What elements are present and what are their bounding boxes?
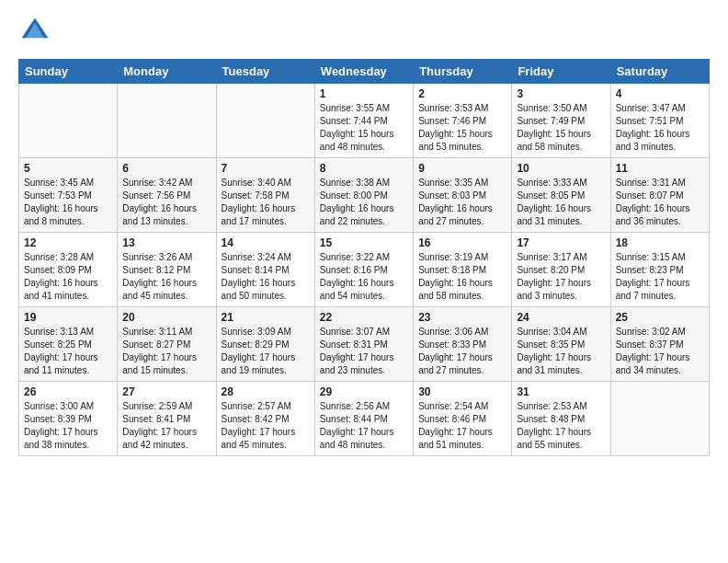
page: SundayMondayTuesdayWednesdayThursdayFrid… bbox=[0, 0, 728, 471]
day-info: Sunrise: 3:02 AM Sunset: 8:37 PM Dayligh… bbox=[616, 326, 704, 377]
calendar-cell bbox=[118, 84, 216, 158]
calendar-cell: 23Sunrise: 3:06 AM Sunset: 8:33 PM Dayli… bbox=[414, 307, 512, 382]
day-number: 23 bbox=[418, 311, 506, 324]
calendar-cell: 17Sunrise: 3:17 AM Sunset: 8:20 PM Dayli… bbox=[512, 233, 610, 307]
day-number: 9 bbox=[418, 162, 506, 175]
day-number: 22 bbox=[320, 311, 408, 324]
calendar-cell: 7Sunrise: 3:40 AM Sunset: 7:58 PM Daylig… bbox=[216, 158, 314, 233]
calendar-cell: 12Sunrise: 3:28 AM Sunset: 8:09 PM Dayli… bbox=[19, 233, 118, 307]
day-info: Sunrise: 2:56 AM Sunset: 8:44 PM Dayligh… bbox=[320, 400, 408, 452]
logo bbox=[18, 15, 55, 48]
day-info: Sunrise: 3:00 AM Sunset: 8:39 PM Dayligh… bbox=[24, 400, 112, 452]
day-info: Sunrise: 3:24 AM Sunset: 8:14 PM Dayligh… bbox=[222, 251, 310, 303]
day-number: 4 bbox=[616, 87, 704, 100]
day-info: Sunrise: 3:40 AM Sunset: 7:58 PM Dayligh… bbox=[222, 177, 310, 228]
day-info: Sunrise: 3:50 AM Sunset: 7:49 PM Dayligh… bbox=[517, 102, 605, 154]
calendar-cell: 1Sunrise: 3:55 AM Sunset: 7:44 PM Daylig… bbox=[314, 84, 413, 158]
day-number: 2 bbox=[418, 87, 506, 100]
day-info: Sunrise: 3:31 AM Sunset: 8:07 PM Dayligh… bbox=[616, 177, 704, 228]
day-number: 25 bbox=[616, 311, 704, 324]
weekday-header-sunday: Sunday bbox=[19, 60, 118, 84]
day-number: 28 bbox=[222, 385, 310, 398]
calendar-cell: 27Sunrise: 2:59 AM Sunset: 8:41 PM Dayli… bbox=[118, 382, 216, 456]
day-info: Sunrise: 3:35 AM Sunset: 8:03 PM Dayligh… bbox=[418, 177, 506, 228]
day-info: Sunrise: 3:13 AM Sunset: 8:25 PM Dayligh… bbox=[24, 326, 112, 377]
calendar-cell: 13Sunrise: 3:26 AM Sunset: 8:12 PM Dayli… bbox=[118, 233, 216, 307]
day-number: 15 bbox=[320, 236, 408, 249]
day-info: Sunrise: 3:06 AM Sunset: 8:33 PM Dayligh… bbox=[418, 326, 506, 377]
logo-icon bbox=[18, 15, 51, 48]
day-number: 11 bbox=[616, 162, 704, 175]
day-number: 16 bbox=[418, 236, 506, 249]
weekday-header-friday: Friday bbox=[512, 60, 610, 84]
day-number: 12 bbox=[24, 236, 112, 249]
calendar-cell: 9Sunrise: 3:35 AM Sunset: 8:03 PM Daylig… bbox=[414, 158, 512, 233]
calendar-cell: 30Sunrise: 2:54 AM Sunset: 8:46 PM Dayli… bbox=[414, 382, 512, 456]
calendar-cell: 26Sunrise: 3:00 AM Sunset: 8:39 PM Dayli… bbox=[19, 382, 118, 456]
day-number: 1 bbox=[320, 87, 408, 100]
day-number: 7 bbox=[222, 162, 310, 175]
day-info: Sunrise: 3:04 AM Sunset: 8:35 PM Dayligh… bbox=[517, 326, 605, 377]
calendar-cell: 10Sunrise: 3:33 AM Sunset: 8:05 PM Dayli… bbox=[512, 158, 610, 233]
calendar-cell: 28Sunrise: 2:57 AM Sunset: 8:42 PM Dayli… bbox=[216, 382, 314, 456]
day-number: 6 bbox=[122, 162, 210, 175]
weekday-header-saturday: Saturday bbox=[610, 60, 709, 84]
weekday-header-row: SundayMondayTuesdayWednesdayThursdayFrid… bbox=[19, 60, 710, 84]
day-info: Sunrise: 3:45 AM Sunset: 7:53 PM Dayligh… bbox=[24, 177, 112, 228]
calendar-cell: 20Sunrise: 3:11 AM Sunset: 8:27 PM Dayli… bbox=[118, 307, 216, 382]
header bbox=[18, 15, 710, 48]
day-info: Sunrise: 3:11 AM Sunset: 8:27 PM Dayligh… bbox=[122, 326, 210, 377]
day-info: Sunrise: 3:09 AM Sunset: 8:29 PM Dayligh… bbox=[222, 326, 310, 377]
day-number: 24 bbox=[517, 311, 605, 324]
day-number: 29 bbox=[320, 385, 408, 398]
day-info: Sunrise: 3:26 AM Sunset: 8:12 PM Dayligh… bbox=[122, 251, 210, 303]
calendar-cell: 16Sunrise: 3:19 AM Sunset: 8:18 PM Dayli… bbox=[414, 233, 512, 307]
calendar-cell: 18Sunrise: 3:15 AM Sunset: 8:23 PM Dayli… bbox=[610, 233, 709, 307]
day-number: 18 bbox=[616, 236, 704, 249]
calendar-cell: 15Sunrise: 3:22 AM Sunset: 8:16 PM Dayli… bbox=[314, 233, 413, 307]
day-info: Sunrise: 3:33 AM Sunset: 8:05 PM Dayligh… bbox=[517, 177, 605, 228]
calendar-cell: 6Sunrise: 3:42 AM Sunset: 7:56 PM Daylig… bbox=[118, 158, 216, 233]
day-number: 27 bbox=[122, 385, 210, 398]
week-row-5: 26Sunrise: 3:00 AM Sunset: 8:39 PM Dayli… bbox=[19, 382, 710, 456]
calendar-cell bbox=[216, 84, 314, 158]
day-number: 14 bbox=[222, 236, 310, 249]
calendar-cell: 3Sunrise: 3:50 AM Sunset: 7:49 PM Daylig… bbox=[512, 84, 610, 158]
day-info: Sunrise: 3:07 AM Sunset: 8:31 PM Dayligh… bbox=[320, 326, 408, 377]
day-info: Sunrise: 3:22 AM Sunset: 8:16 PM Dayligh… bbox=[320, 251, 408, 303]
day-info: Sunrise: 3:17 AM Sunset: 8:20 PM Dayligh… bbox=[517, 251, 605, 303]
calendar-cell: 31Sunrise: 2:53 AM Sunset: 8:48 PM Dayli… bbox=[512, 382, 610, 456]
calendar-cell bbox=[19, 84, 118, 158]
weekday-header-wednesday: Wednesday bbox=[314, 60, 413, 84]
calendar-cell: 2Sunrise: 3:53 AM Sunset: 7:46 PM Daylig… bbox=[414, 84, 512, 158]
day-number: 17 bbox=[517, 236, 605, 249]
day-info: Sunrise: 2:57 AM Sunset: 8:42 PM Dayligh… bbox=[222, 400, 310, 452]
calendar-cell: 14Sunrise: 3:24 AM Sunset: 8:14 PM Dayli… bbox=[216, 233, 314, 307]
day-number: 20 bbox=[122, 311, 210, 324]
day-info: Sunrise: 3:15 AM Sunset: 8:23 PM Dayligh… bbox=[616, 251, 704, 303]
day-info: Sunrise: 2:53 AM Sunset: 8:48 PM Dayligh… bbox=[517, 400, 605, 452]
day-info: Sunrise: 2:54 AM Sunset: 8:46 PM Dayligh… bbox=[418, 400, 506, 452]
calendar-cell: 29Sunrise: 2:56 AM Sunset: 8:44 PM Dayli… bbox=[314, 382, 413, 456]
day-number: 8 bbox=[320, 162, 408, 175]
day-number: 3 bbox=[517, 87, 605, 100]
week-row-1: 1Sunrise: 3:55 AM Sunset: 7:44 PM Daylig… bbox=[19, 84, 710, 158]
day-number: 21 bbox=[222, 311, 310, 324]
week-row-4: 19Sunrise: 3:13 AM Sunset: 8:25 PM Dayli… bbox=[19, 307, 710, 382]
calendar-cell: 21Sunrise: 3:09 AM Sunset: 8:29 PM Dayli… bbox=[216, 307, 314, 382]
day-number: 30 bbox=[418, 385, 506, 398]
calendar-cell: 4Sunrise: 3:47 AM Sunset: 7:51 PM Daylig… bbox=[610, 84, 709, 158]
calendar-cell: 22Sunrise: 3:07 AM Sunset: 8:31 PM Dayli… bbox=[314, 307, 413, 382]
day-info: Sunrise: 3:53 AM Sunset: 7:46 PM Dayligh… bbox=[418, 102, 506, 154]
day-number: 13 bbox=[122, 236, 210, 249]
calendar: SundayMondayTuesdayWednesdayThursdayFrid… bbox=[18, 59, 710, 456]
calendar-cell: 5Sunrise: 3:45 AM Sunset: 7:53 PM Daylig… bbox=[19, 158, 118, 233]
day-number: 26 bbox=[24, 385, 112, 398]
week-row-3: 12Sunrise: 3:28 AM Sunset: 8:09 PM Dayli… bbox=[19, 233, 710, 307]
day-info: Sunrise: 3:47 AM Sunset: 7:51 PM Dayligh… bbox=[616, 102, 704, 154]
calendar-cell bbox=[610, 382, 709, 456]
day-number: 31 bbox=[517, 385, 605, 398]
day-info: Sunrise: 2:59 AM Sunset: 8:41 PM Dayligh… bbox=[122, 400, 210, 452]
day-info: Sunrise: 3:38 AM Sunset: 8:00 PM Dayligh… bbox=[320, 177, 408, 228]
calendar-cell: 24Sunrise: 3:04 AM Sunset: 8:35 PM Dayli… bbox=[512, 307, 610, 382]
